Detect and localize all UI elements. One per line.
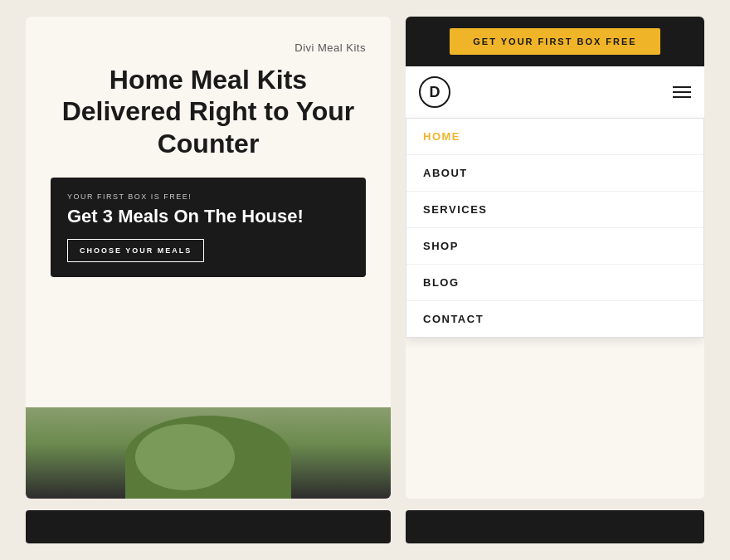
hamburger-line-1	[673, 86, 691, 88]
nav-item-shop[interactable]: SHOP	[406, 228, 703, 265]
bottom-bar-left	[26, 510, 391, 543]
nav-item-contact[interactable]: CONTACT	[406, 301, 703, 337]
left-promo-title: Get 3 Meals On The House!	[67, 206, 349, 227]
hero-title: Home Meal Kits Delivered Right to Your C…	[51, 64, 366, 159]
mobile-header: D	[406, 66, 704, 119]
mobile-logo: D	[419, 76, 450, 108]
hamburger-icon[interactable]	[673, 86, 691, 98]
mobile-mockup-panel: GET YOUR FIRST BOX FREE D HOME ABOUT	[406, 17, 704, 499]
left-cta-button[interactable]: CHOOSE YOUR MEALS	[67, 239, 204, 262]
mobile-dropdown-menu: HOME ABOUT SERVICES SHOP BLOG CONTACT	[406, 118, 704, 338]
nav-item-services[interactable]: SERVICES	[406, 192, 703, 228]
left-veg-image	[26, 407, 391, 499]
mockup-row: Divi Meal Kits Home Meal Kits Delivered …	[17, 17, 713, 499]
hamburger-line-3	[673, 96, 691, 98]
brand-name: Divi Meal Kits	[51, 41, 366, 54]
hamburger-line-2	[673, 91, 691, 93]
mobile-top-bar: GET YOUR FIRST BOX FREE	[406, 17, 704, 66]
left-panel-inner: Divi Meal Kits Home Meal Kits Delivered …	[26, 17, 391, 397]
nav-item-home[interactable]: HOME	[406, 119, 703, 155]
nav-item-about[interactable]: ABOUT	[406, 155, 703, 192]
left-promo-card: YOUR FIRST BOX IS FREE! Get 3 Meals On T…	[51, 178, 366, 277]
bottom-row	[17, 510, 713, 543]
bottom-bar-right	[406, 510, 704, 543]
mobile-cta-button[interactable]: GET YOUR FIRST BOX FREE	[450, 28, 659, 55]
nav-item-blog[interactable]: BLOG	[406, 265, 703, 301]
mobile-nav-container: D HOME ABOUT SERVICES SHOP BLOG CONTACT	[406, 66, 704, 499]
main-canvas: Divi Meal Kits Home Meal Kits Delivered …	[0, 0, 730, 560]
desktop-mockup-panel: Divi Meal Kits Home Meal Kits Delivered …	[26, 17, 391, 499]
left-promo-small-label: YOUR FIRST BOX IS FREE!	[67, 192, 349, 201]
